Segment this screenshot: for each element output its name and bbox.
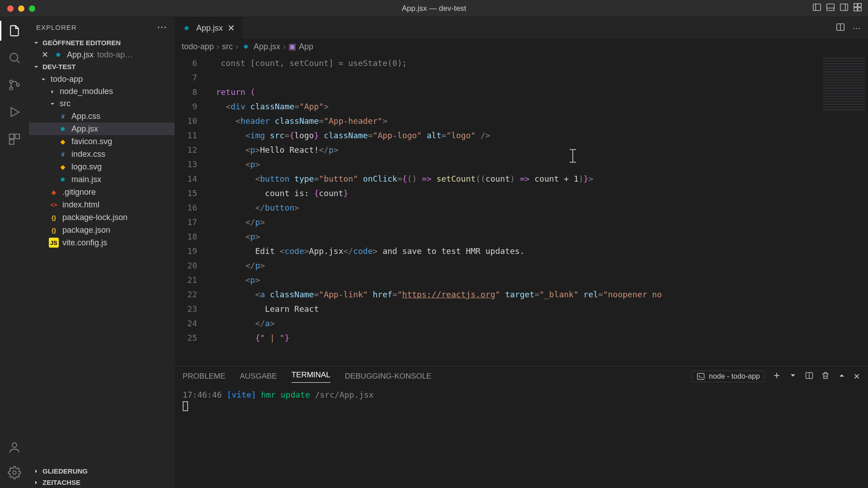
terminal-process[interactable]: node - todo-app [691, 371, 765, 382]
tab-bar: ⚛ App.jsx ✕ ⋯ [175, 17, 868, 39]
layout-controls [812, 2, 868, 14]
close-panel-icon[interactable]: ✕ [854, 372, 860, 381]
react-file-icon: ⚛ [182, 23, 192, 33]
file-logo-svg[interactable]: ◆ logo.svg [29, 160, 175, 173]
line-gutter: 6 7 8 9 10 11 12 13 14 15 16 17 18 19 20… [175, 54, 206, 366]
terminal-dropdown-icon[interactable] [788, 371, 797, 382]
folder-src[interactable]: src [29, 98, 175, 110]
react-file-icon: ⚛ [241, 42, 251, 52]
git-file-icon: ◈ [49, 187, 59, 197]
close-tab-icon[interactable]: ✕ [227, 23, 235, 33]
customize-layout-icon[interactable] [853, 2, 863, 14]
split-terminal-icon[interactable] [805, 371, 814, 382]
workspace-section[interactable]: DEV-TEST [29, 61, 175, 72]
explorer-title: EXPLORER [36, 23, 77, 31]
source-control-activity-icon[interactable] [6, 77, 23, 93]
svg-rect-2 [827, 4, 835, 11]
css-file-icon: # [58, 111, 68, 121]
react-file-icon: ⚛ [53, 50, 63, 60]
split-editor-icon[interactable] [835, 22, 845, 34]
window-controls [0, 5, 35, 12]
open-editor-item[interactable]: ✕ ⚛ App.jsx todo-ap… [29, 48, 175, 61]
tab-problems[interactable]: PROBLEME [183, 372, 225, 381]
svg-rect-18 [9, 140, 14, 144]
svg-rect-23 [698, 373, 704, 379]
symbol-icon: ▣ [288, 42, 296, 52]
html-file-icon: <> [49, 200, 59, 210]
svg-rect-17 [15, 134, 19, 139]
tab-app-jsx[interactable]: ⚛ App.jsx ✕ [175, 17, 243, 39]
close-editor-icon[interactable]: ✕ [42, 50, 50, 60]
react-file-icon: ⚛ [58, 124, 68, 134]
svg-point-13 [9, 87, 12, 89]
folder-node-modules[interactable]: node_modules [29, 85, 175, 98]
file-index-css[interactable]: # index.css [29, 148, 175, 160]
extensions-activity-icon[interactable] [6, 131, 23, 147]
titlebar: App.jsx — dev-test [0, 0, 868, 17]
file-index-html[interactable]: <> index.html [29, 198, 175, 211]
folder-todo-app[interactable]: todo-app [29, 73, 175, 85]
timeline-section[interactable]: ZEITACHSE [29, 477, 175, 488]
svg-rect-6 [854, 4, 857, 7]
terminal-cursor-icon [183, 401, 188, 411]
json-file-icon: {} [49, 212, 59, 222]
svg-rect-4 [840, 4, 848, 11]
bottom-panel: PROBLEME AUSGABE TERMINAL DEBUGGING-KONS… [175, 366, 868, 488]
minimize-window-button[interactable] [18, 5, 24, 12]
svg-rect-7 [858, 4, 861, 7]
svg-point-20 [13, 471, 16, 474]
file-gitignore[interactable]: ◈ .gitignore [29, 186, 175, 198]
file-vite-config[interactable]: JS vite.config.js [29, 236, 175, 249]
svg-rect-0 [813, 4, 821, 11]
toggle-primary-sidebar-icon[interactable] [812, 2, 822, 14]
breadcrumb[interactable]: todo-app› src› ⚛ App.jsx› ▣ App [175, 39, 868, 54]
svg-marker-15 [11, 108, 19, 117]
close-window-button[interactable] [7, 5, 14, 12]
file-favicon-svg[interactable]: ◆ favicon.svg [29, 135, 175, 148]
explorer-activity-icon[interactable] [6, 23, 23, 39]
text-cursor-icon [572, 149, 573, 163]
accounts-icon[interactable] [6, 439, 23, 455]
new-terminal-icon[interactable] [772, 371, 781, 382]
react-file-icon: ⚛ [58, 174, 68, 184]
code-editor[interactable]: 6 7 8 9 10 11 12 13 14 15 16 17 18 19 20… [175, 54, 868, 366]
file-app-jsx[interactable]: ⚛ App.jsx [29, 122, 175, 135]
svg-point-10 [10, 53, 18, 61]
more-editor-icon[interactable]: ⋯ [853, 23, 861, 33]
search-activity-icon[interactable] [6, 50, 23, 66]
settings-gear-icon[interactable] [6, 465, 23, 481]
file-main-jsx[interactable]: ⚛ main.jsx [29, 173, 175, 186]
svg-point-12 [9, 80, 12, 83]
code-content[interactable]: const [count, setCount] = useState(0); r… [206, 54, 818, 366]
svg-rect-9 [858, 8, 861, 11]
tab-debug-console[interactable]: DEBUGGING-KONSOLE [345, 372, 432, 381]
maximize-panel-icon[interactable] [837, 371, 846, 382]
toggle-secondary-sidebar-icon[interactable] [839, 2, 849, 14]
css-file-icon: # [58, 149, 68, 159]
explorer-more-icon[interactable]: ⋯ [157, 21, 167, 33]
outline-section[interactable]: GLIEDERUNG [29, 465, 175, 477]
svg-file-icon: ◆ [58, 136, 68, 146]
svg-rect-8 [854, 8, 857, 11]
svg-point-19 [12, 443, 17, 447]
terminal-output[interactable]: 17:46:46 [vite] hmr update /src/App.jsx [175, 386, 868, 488]
tab-terminal[interactable]: TERMINAL [292, 371, 330, 383]
editor-area: ⚛ App.jsx ✕ ⋯ todo-app› src› ⚛ App.jsx› … [175, 17, 868, 488]
minimap[interactable] [818, 54, 868, 366]
open-editors-section[interactable]: GEÖFFNETE EDITOREN [29, 37, 175, 48]
kill-terminal-icon[interactable] [821, 371, 830, 382]
file-app-css[interactable]: # App.css [29, 110, 175, 122]
file-tree: todo-app node_modules src # App.css ⚛ Ap… [29, 72, 175, 250]
json-file-icon: {} [49, 225, 59, 235]
window-title: App.jsx — dev-test [402, 4, 467, 13]
run-debug-activity-icon[interactable] [6, 104, 23, 120]
file-package-json[interactable]: {} package.json [29, 224, 175, 236]
file-package-lock[interactable]: {} package-lock.json [29, 211, 175, 224]
svg-line-11 [17, 61, 19, 63]
maximize-window-button[interactable] [29, 5, 35, 12]
toggle-panel-icon[interactable] [826, 2, 835, 14]
explorer-sidebar: EXPLORER ⋯ GEÖFFNETE EDITOREN ✕ ⚛ App.js… [29, 17, 175, 488]
js-file-icon: JS [49, 238, 59, 248]
svg-file-icon: ◆ [58, 162, 68, 172]
tab-output[interactable]: AUSGABE [240, 372, 277, 381]
